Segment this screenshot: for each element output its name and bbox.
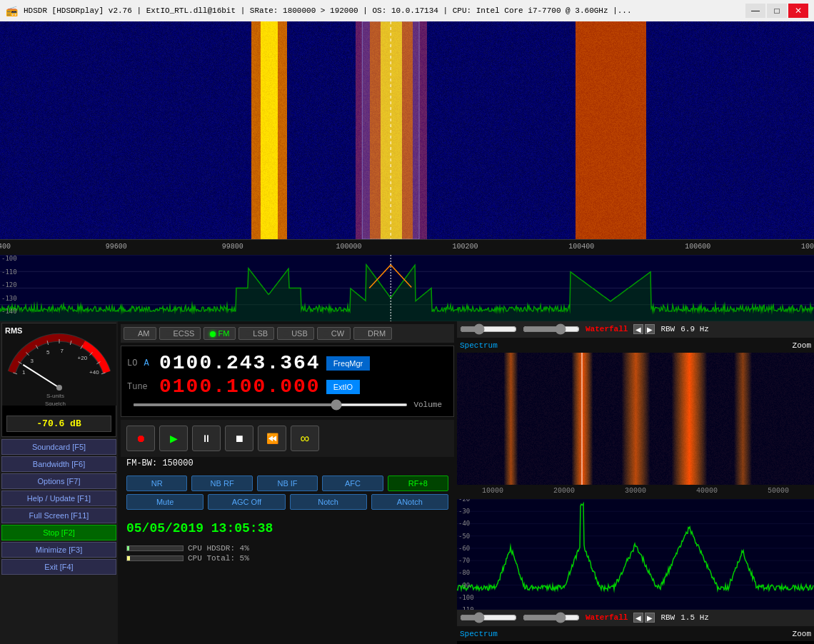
mode-ecss[interactable]: ECSS (159, 327, 201, 340)
mode-fm[interactable]: FM (204, 327, 236, 340)
mini-freq-tick-4: 50000 (768, 487, 789, 495)
freq-tick-2: 99800 (222, 243, 243, 251)
waterfall-canvas (0, 21, 814, 239)
waterfall-display[interactable] (0, 21, 814, 239)
fm-led (210, 331, 216, 337)
cpu-hdsdr-row: CPU HDSDR: 4% (126, 544, 448, 553)
ecss-led (166, 331, 171, 337)
bottom-scroll-right-btn[interactable]: ▶ (645, 613, 655, 623)
mode-am[interactable]: AM (124, 327, 156, 340)
drm-led (360, 331, 366, 337)
nbrf-button[interactable]: NB RF (191, 476, 252, 491)
play-button[interactable]: ▶ (159, 426, 188, 451)
bottom-waterfall-label: Waterfall (586, 613, 628, 622)
spectrum-zoom-bar: Spectrum Zoom (457, 337, 814, 353)
rf8-button[interactable]: RF+8 (388, 476, 448, 491)
freq-tick-7: 100800 (801, 243, 814, 251)
frequency-display: LO A 0100.243.364 FreqMgr Tune 0100.100.… (121, 346, 454, 417)
freq-tick-3: 100000 (336, 243, 362, 251)
cw-led (323, 331, 329, 337)
top-rbw-value: 6.9 Hz (680, 325, 709, 333)
options-button[interactable]: Options [F7] (1, 473, 116, 489)
wf-scroll-left[interactable] (460, 326, 517, 332)
maximize-button[interactable]: □ (767, 4, 787, 18)
freq-tick-4: 100200 (452, 243, 478, 251)
mini-spectrum-canvas (457, 499, 814, 610)
pause-button[interactable]: ⏸ (192, 426, 221, 451)
mini-freq-tick-1: 20000 (553, 487, 575, 495)
lo-channel: A (144, 358, 149, 368)
mute-button[interactable]: Mute (126, 494, 204, 510)
stop-transport-button[interactable]: ⏹ (225, 426, 253, 451)
main-display: 9940099600998001000001002001004001006001… (0, 21, 814, 321)
loop-button[interactable]: ∞ (291, 426, 319, 451)
fmbw-label: FM-BW: 150000 (121, 457, 454, 470)
extio-button[interactable]: ExtIO (326, 380, 361, 394)
afc-button[interactable]: AFC (322, 476, 383, 491)
exit-button[interactable]: Exit [F4] (1, 559, 116, 575)
mode-cw[interactable]: CW (317, 327, 351, 340)
tune-label: Tune (127, 382, 159, 392)
dsp-row-1: NR NB RF NB IF AFC RF+8 (126, 476, 448, 491)
bottom-scroll-left[interactable] (460, 615, 517, 620)
transport-bar: ⏺ ▶ ⏸ ⏹ ⏪ ∞ (121, 420, 454, 457)
soundcard-button[interactable]: Soundcard [F5] (1, 439, 116, 455)
bottom-scroll-left-btn[interactable]: ◀ (633, 613, 643, 623)
freqmgr-button[interactable]: FreqMgr (326, 356, 371, 371)
bandwidth-button[interactable]: Bandwidth [F6] (1, 456, 116, 472)
smeter-container: -70.6 dB (2, 323, 116, 436)
smeter-canvas (2, 323, 116, 406)
cpu-total-label: CPU Total: 5% (188, 554, 249, 563)
bottom-spectrum-label: Spectrum (460, 630, 498, 638)
cpu-hdsdr-label: CPU HDSDR: 4% (188, 544, 249, 553)
cpu-total-bar-bg (126, 555, 184, 561)
mini-waterfall-canvas (457, 353, 814, 485)
mini-waterfall[interactable] (457, 353, 814, 485)
bottom-scroll-right[interactable] (523, 615, 580, 620)
scroll-right-btn[interactable]: ▶ (645, 324, 655, 334)
lo-freq-value[interactable]: 0100.243.364 (159, 352, 321, 374)
mode-usb[interactable]: USB (277, 327, 314, 340)
usb-led (283, 331, 289, 337)
volume-row: Volume (127, 401, 448, 409)
cpu-hdsdr-bar-bg (126, 545, 184, 551)
bottom-rbw-bar: Waterfall ◀ ▶ RBW 1.5 Hz (457, 610, 814, 625)
minimize-button[interactable]: — (745, 4, 765, 18)
mini-freq-tick-3: 40000 (696, 487, 718, 495)
mode-lsb[interactable]: LSB (238, 327, 274, 340)
mode-drm[interactable]: DRM (353, 327, 392, 340)
mode-bar: AM ECSS FM LSB USB CW DRM (121, 324, 454, 343)
window-controls: — □ ✕ (745, 4, 808, 18)
cpu-total-row: CPU Total: 5% (126, 554, 448, 563)
tune-freq-value[interactable]: 0100.100.000 (159, 376, 321, 398)
help-button[interactable]: Help / Update [F1] (1, 490, 116, 506)
scroll-left-btn[interactable]: ◀ (633, 324, 643, 334)
notch-button[interactable]: Notch (290, 494, 367, 510)
dsp-row-2: Mute AGC Off Notch ANotch (126, 494, 448, 510)
mini-freq-tick-2: 30000 (625, 487, 646, 495)
record-button[interactable]: ⏺ (126, 426, 155, 451)
am-led (130, 331, 136, 337)
app-icon: 📻 (6, 5, 18, 17)
agcoff-button[interactable]: AGC Off (208, 494, 285, 510)
fullscreen-button[interactable]: Full Screen [F11] (1, 508, 116, 523)
volume-label: Volume (413, 401, 442, 409)
mini-spectrum-display[interactable] (457, 499, 814, 610)
rewind-button[interactable]: ⏪ (258, 426, 286, 451)
dsp-bar: NR NB RF NB IF AFC RF+8 Mute AGC Off Not… (121, 470, 454, 515)
db-display: -70.6 dB (6, 416, 111, 432)
minimize-app-button[interactable]: Minimize [F3] (1, 542, 116, 558)
volume-slider[interactable] (133, 403, 408, 406)
datetime-display: 05/05/2019 13:05:38 (121, 515, 454, 541)
close-button[interactable]: ✕ (788, 4, 808, 18)
nbif-button[interactable]: NB IF (257, 476, 318, 491)
spectrum-display[interactable] (0, 255, 814, 321)
top-zoom-label: Zoom (793, 341, 811, 350)
stop-button[interactable]: Stop [F2] (1, 525, 116, 540)
cpu-hdsdr-bar-fill (127, 546, 129, 550)
cpu-bar: CPU HDSDR: 4% CPU Total: 5% (121, 541, 454, 565)
anotch-button[interactable]: ANotch (371, 494, 448, 510)
nr-button[interactable]: NR (126, 476, 187, 491)
controls-area: -70.6 dB Soundcard [F5] Bandwidth [F6] O… (0, 321, 814, 644)
wf-scroll-right[interactable] (523, 326, 580, 332)
